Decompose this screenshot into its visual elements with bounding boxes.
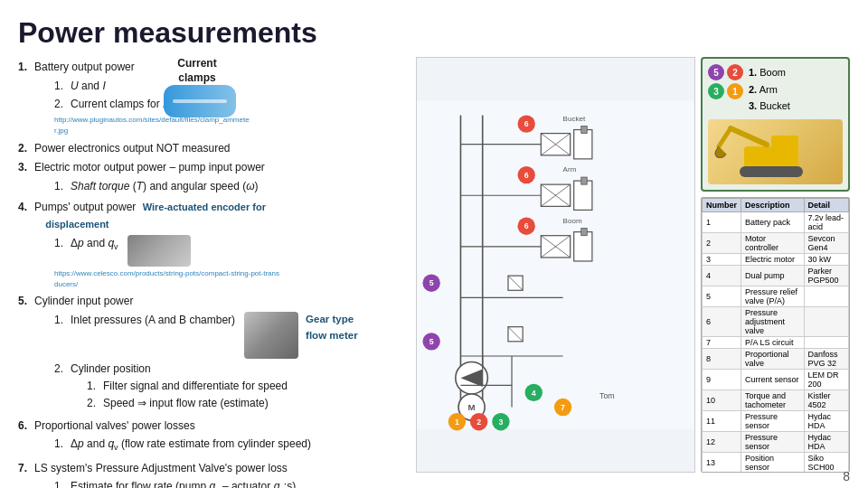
item-label: Cylinder input power bbox=[34, 295, 133, 307]
list-item: 5. Cylinder input power 1. Inlet pressur… bbox=[18, 293, 407, 414]
sub-list: 1. Estimate for flow rate (pump qv – act… bbox=[34, 478, 296, 488]
sub-sub-list: 1. Filter signal and differentiate for s… bbox=[71, 378, 288, 412]
svg-text:3: 3 bbox=[498, 418, 503, 427]
item-label: Power electronics output NOT measured bbox=[34, 140, 231, 157]
col-header-detail: Detail bbox=[804, 199, 848, 212]
sub-num: 1. bbox=[54, 178, 67, 195]
svg-text:6: 6 bbox=[524, 221, 529, 230]
item-content: Electric motor output power – pump input… bbox=[34, 159, 265, 196]
sub-sub-item: 2. Speed ⇒ input flow rate (estimate) bbox=[87, 395, 288, 412]
table-row: 4Dual pumpParker PGP500 bbox=[703, 266, 849, 286]
hydraulic-diagram: M 6 Bucket 6 Arm 6 Boom bbox=[416, 57, 695, 473]
top-badges: 5 2 bbox=[708, 64, 743, 80]
svg-rect-60 bbox=[771, 136, 798, 154]
sub-label: Δp and qv (flow rate estimate from cylin… bbox=[71, 436, 311, 455]
sub-item: 1. Δp and qv bbox=[54, 235, 280, 267]
list-item: 7. LS system's Pressure Adjustment Valve… bbox=[18, 460, 407, 488]
item-num: 1. bbox=[18, 59, 31, 137]
excavator-image bbox=[708, 119, 843, 184]
sub-list: 1. Inlet pressures (A and B chamber) Gea… bbox=[34, 312, 358, 413]
sub-item: 1. Estimate for flow rate (pump qv – act… bbox=[54, 478, 296, 488]
svg-text:Tom: Tom bbox=[599, 391, 615, 400]
item-num: 7. bbox=[18, 460, 31, 488]
sub-list: 1. Δp and qv (flow rate estimate from cy… bbox=[34, 436, 311, 455]
right-sidebar: 5 2 3 1 1. Boom 2. Arm bbox=[701, 57, 850, 473]
table-row: 10Torque and tachometerKistler 4502 bbox=[703, 390, 849, 411]
col-header-description: Description bbox=[741, 199, 805, 212]
svg-text:Bucket: Bucket bbox=[563, 115, 586, 123]
page-number: 8 bbox=[843, 469, 850, 483]
list-item: 4. Pumps' output power Wire-actuated enc… bbox=[18, 199, 407, 290]
table-row: 3Electric motor30 kW bbox=[703, 254, 849, 266]
excavator-box: 5 2 3 1 1. Boom 2. Arm bbox=[701, 57, 850, 192]
item-num: 4. bbox=[18, 199, 31, 290]
sub-num: 1. bbox=[54, 436, 67, 455]
table-row: 8Proportional valveDanfoss PVG 32 bbox=[703, 349, 849, 370]
sub-num: 2. bbox=[54, 96, 67, 113]
svg-text:2: 2 bbox=[476, 418, 481, 427]
gear-image bbox=[244, 312, 298, 359]
parts-item-3: 3. Bucket bbox=[749, 98, 790, 115]
slide: Power measurements Currentclamps 1. Batt… bbox=[0, 0, 868, 488]
content-area: Currentclamps 1. Battery output power 1.… bbox=[18, 57, 850, 473]
parts-items: 1. Boom 2. Arm 3. Bucket bbox=[749, 64, 790, 115]
sub-item: 1. Δp and qv (flow rate estimate from cy… bbox=[54, 436, 311, 455]
svg-rect-18 bbox=[581, 127, 587, 134]
svg-text:5: 5 bbox=[429, 278, 434, 287]
col-header-number: Number bbox=[703, 199, 741, 212]
table: Number Description Detail 1Battery pack7… bbox=[702, 198, 849, 473]
sub-sub-num: 2. bbox=[87, 395, 99, 412]
svg-text:5: 5 bbox=[429, 337, 434, 346]
item-num: 5. bbox=[18, 293, 31, 414]
svg-text:4: 4 bbox=[532, 389, 536, 398]
list-item: 3. Electric motor output power – pump in… bbox=[18, 159, 407, 196]
sub-label: Shaft torque (T) and angular speed (ω) bbox=[71, 178, 259, 195]
table-row: 7P/A LS circuit bbox=[703, 337, 849, 349]
svg-line-62 bbox=[719, 128, 731, 146]
encoder-image bbox=[127, 235, 191, 267]
svg-text:1: 1 bbox=[455, 418, 459, 427]
item-content: LS system's Pressure Adjustment Valve's … bbox=[34, 460, 296, 488]
svg-rect-19 bbox=[574, 181, 592, 210]
bottom-badges: 3 1 bbox=[708, 83, 743, 99]
sub-item: 1. Shaft torque (T) and angular speed (ω… bbox=[54, 178, 265, 195]
badge-3: 3 bbox=[708, 83, 724, 99]
component-table: Number Description Detail 1Battery pack7… bbox=[701, 197, 850, 473]
sub-label: Current clamps for I bbox=[71, 96, 165, 113]
page-title: Power measurements bbox=[18, 16, 850, 50]
table-row: 12Pressure sensorHydac HDA bbox=[703, 432, 849, 453]
list-item: 2. Power electronics output NOT measured bbox=[18, 140, 407, 157]
parts-item-1: 1. Boom bbox=[749, 64, 790, 81]
table-row: 2Motor controllerSevcon Gen4 bbox=[703, 233, 849, 254]
svg-text:6: 6 bbox=[524, 119, 529, 128]
svg-rect-20 bbox=[581, 177, 587, 184]
sub-sub-num: 1. bbox=[87, 378, 99, 395]
sub-num: 1. bbox=[54, 78, 67, 95]
cylinder-position-label: Cylinder position bbox=[71, 362, 151, 375]
callout-clamps-label: Currentclamps bbox=[158, 57, 236, 85]
table-row: 13Position sensorSiko SCH00 bbox=[703, 453, 849, 473]
item-label: Battery output power bbox=[34, 61, 135, 73]
list-item: 6. Proportional valves' power losses 1. … bbox=[18, 418, 407, 457]
right-column: M 6 Bucket 6 Arm 6 Boom bbox=[416, 57, 850, 473]
sub-item: 1. Inlet pressures (A and B chamber) Gea… bbox=[54, 312, 358, 359]
sub-num: 1. bbox=[54, 235, 67, 267]
svg-rect-17 bbox=[574, 130, 592, 159]
svg-text:M: M bbox=[468, 402, 476, 412]
sub-sub-label: Filter signal and differentiate for spee… bbox=[103, 378, 288, 395]
table-row: 1Battery pack7.2v lead-acid bbox=[703, 212, 849, 233]
svg-line-61 bbox=[731, 128, 767, 145]
sub-sub-label: Speed ⇒ input flow rate (estimate) bbox=[103, 395, 269, 412]
clamp-image bbox=[164, 85, 236, 117]
item-label: Proportional valves' power losses bbox=[34, 419, 195, 432]
svg-text:6: 6 bbox=[524, 171, 529, 180]
item-label: LS system's Pressure Adjustment Valve's … bbox=[34, 462, 288, 474]
item-label: Electric motor output power – pump input… bbox=[34, 161, 265, 174]
svg-rect-59 bbox=[740, 166, 803, 177]
svg-text:Arm: Arm bbox=[563, 165, 577, 174]
svg-text:Boom: Boom bbox=[563, 217, 582, 225]
table-row: 5Pressure relief valve (P/A) bbox=[703, 286, 849, 307]
svg-rect-22 bbox=[581, 229, 587, 236]
table-row: 6Pressure adjustment valve bbox=[703, 307, 849, 337]
sub-label: Δp and qv bbox=[71, 235, 118, 267]
